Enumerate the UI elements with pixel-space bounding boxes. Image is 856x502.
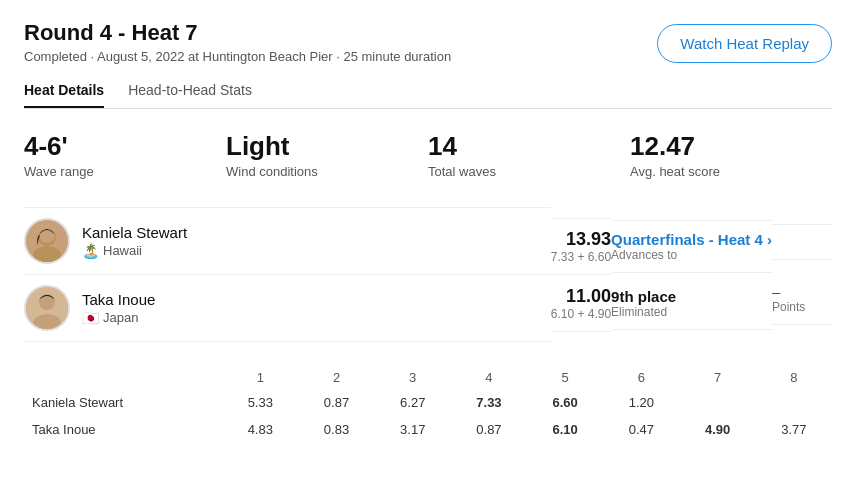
score-cell: 7.33 xyxy=(451,389,527,416)
wave-range-value: 4-6' xyxy=(24,131,226,162)
result-taka: 9th place Eliminated xyxy=(611,278,772,330)
col-athlete xyxy=(24,366,222,389)
avatar-kaniela xyxy=(24,218,70,264)
tab-heat-details[interactable]: Heat Details xyxy=(24,82,104,108)
col-4: 4 xyxy=(451,366,527,389)
result-kaniela: Quarterfinals - Heat 4 › Advances to xyxy=(611,220,772,273)
score-cell: 6.60 xyxy=(527,389,603,416)
main-score-taka: 11.00 xyxy=(551,286,611,307)
points-kaniela xyxy=(772,224,832,260)
table-row: Taka Inoue4.830.833.170.876.100.474.903.… xyxy=(24,416,832,443)
score-cell: 5.33 xyxy=(222,389,298,416)
athletes-section: Kaniela Stewart 🏝️ Hawaii Taka Inoue xyxy=(24,207,832,342)
total-waves-value: 14 xyxy=(428,131,630,162)
stat-wave-range: 4-6' Wave range xyxy=(24,131,226,179)
score-cell: 4.90 xyxy=(680,416,756,443)
result-main-taka: 9th place xyxy=(611,288,772,305)
athlete-country-kaniela: 🏝️ Hawaii xyxy=(82,243,187,259)
stat-avg-score: 12.47 Avg. heat score xyxy=(630,131,832,179)
points-taka: – Points xyxy=(772,273,832,325)
athlete-name-cell: Kaniela Stewart xyxy=(24,389,222,416)
wind-label: Wind conditions xyxy=(226,164,428,179)
page-header: Round 4 - Heat 7 Completed · August 5, 2… xyxy=(24,20,832,64)
athlete-name-kaniela: Kaniela Stewart xyxy=(82,224,187,241)
wave-range-label: Wave range xyxy=(24,164,226,179)
table-row: Kaniela Stewart5.330.876.277.336.601.20 xyxy=(24,389,832,416)
flag-hawaii: 🏝️ xyxy=(82,243,99,259)
tab-head-to-head[interactable]: Head-to-Head Stats xyxy=(128,82,252,108)
result-sub-taka: Eliminated xyxy=(611,305,772,319)
score-cell: 3.77 xyxy=(756,416,832,443)
athlete-country-taka: 🇯🇵 Japan xyxy=(82,310,155,326)
score-cell: 6.10 xyxy=(527,416,603,443)
avg-score-label: Avg. heat score xyxy=(630,164,832,179)
points-dash-taka: – xyxy=(772,283,832,300)
col-8: 8 xyxy=(756,366,832,389)
result-column: Quarterfinals - Heat 4 › Advances to 9th… xyxy=(611,207,772,342)
stats-row: 4-6' Wave range Light Wind conditions 14… xyxy=(24,131,832,179)
athlete-name-cell: Taka Inoue xyxy=(24,416,222,443)
col-6: 6 xyxy=(603,366,679,389)
athlete-row-kaniela: Kaniela Stewart 🏝️ Hawaii xyxy=(24,207,551,275)
score-cell: 0.83 xyxy=(298,416,374,443)
avatar-taka xyxy=(24,285,70,331)
athlete-info-kaniela: Kaniela Stewart 🏝️ Hawaii xyxy=(82,224,187,259)
main-score-kaniela: 13.93 xyxy=(551,229,611,250)
score-cell: 0.87 xyxy=(298,389,374,416)
athlete-name-taka: Taka Inoue xyxy=(82,291,155,308)
sub-score-taka: 6.10 + 4.90 xyxy=(551,307,611,321)
flag-japan: 🇯🇵 xyxy=(82,310,99,326)
score-cell xyxy=(756,389,832,416)
score-cell: 4.83 xyxy=(222,416,298,443)
stat-total-waves: 14 Total waves xyxy=(428,131,630,179)
col-2: 2 xyxy=(298,366,374,389)
col-7: 7 xyxy=(680,366,756,389)
athletes-list: Kaniela Stewart 🏝️ Hawaii Taka Inoue xyxy=(24,207,551,342)
score-taka: 11.00 6.10 + 4.90 xyxy=(551,276,611,332)
wave-table-header: 1 2 3 4 5 6 7 8 xyxy=(24,366,832,389)
result-main-kaniela[interactable]: Quarterfinals - Heat 4 › xyxy=(611,231,772,248)
result-sub-kaniela: Advances to xyxy=(611,248,772,262)
subtitle: Completed · August 5, 2022 at Huntington… xyxy=(24,49,451,64)
col-1: 1 xyxy=(222,366,298,389)
page-title: Round 4 - Heat 7 xyxy=(24,20,451,46)
score-kaniela: 13.93 7.33 + 6.60 xyxy=(551,218,611,275)
athlete-info-taka: Taka Inoue 🇯🇵 Japan xyxy=(82,291,155,326)
athlete-row-taka: Taka Inoue 🇯🇵 Japan xyxy=(24,275,551,342)
score-cell: 1.20 xyxy=(603,389,679,416)
score-cell xyxy=(680,389,756,416)
sub-score-kaniela: 7.33 + 6.60 xyxy=(551,250,611,264)
svg-point-6 xyxy=(39,294,55,310)
points-label-taka: Points xyxy=(772,300,832,314)
tab-bar: Heat Details Head-to-Head Stats xyxy=(24,82,832,109)
points-column: – Points xyxy=(772,207,832,342)
col-3: 3 xyxy=(375,366,451,389)
score-cell: 0.87 xyxy=(451,416,527,443)
avg-score-value: 12.47 xyxy=(630,131,832,162)
points-value-kaniela xyxy=(772,235,832,249)
score-cell: 3.17 xyxy=(375,416,451,443)
wind-value: Light xyxy=(226,131,428,162)
score-cell: 6.27 xyxy=(375,389,451,416)
wave-scores-table: 1 2 3 4 5 6 7 8 Kaniela Stewart5.330.876… xyxy=(24,366,832,443)
col-5: 5 xyxy=(527,366,603,389)
watch-replay-button[interactable]: Watch Heat Replay xyxy=(657,24,832,63)
title-block: Round 4 - Heat 7 Completed · August 5, 2… xyxy=(24,20,451,64)
total-waves-label: Total waves xyxy=(428,164,630,179)
score-column: 13.93 7.33 + 6.60 11.00 6.10 + 4.90 xyxy=(551,207,611,342)
stat-wind: Light Wind conditions xyxy=(226,131,428,179)
score-cell: 0.47 xyxy=(603,416,679,443)
